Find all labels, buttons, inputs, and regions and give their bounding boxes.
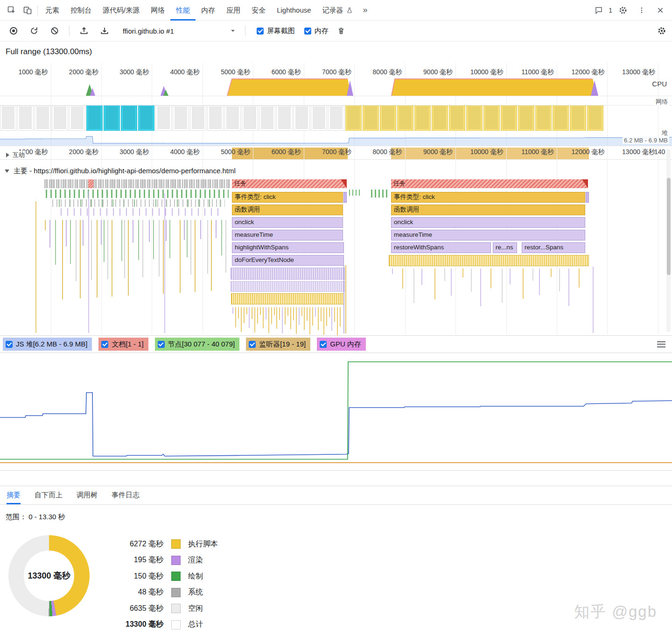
- interactions-track-header[interactable]: 互动: [5, 151, 26, 159]
- filmstrip-thumbnail[interactable]: [414, 106, 431, 131]
- flame-restorewithspans[interactable]: restoreWithSpans: [391, 242, 491, 253]
- filmstrip-thumbnail[interactable]: [294, 106, 310, 131]
- save-profile-icon[interactable]: [97, 23, 112, 39]
- filmstrip-thumbnail[interactable]: [190, 106, 206, 131]
- filmstrip-thumbnail[interactable]: [535, 106, 552, 131]
- load-profile-icon[interactable]: [76, 23, 92, 39]
- checkbox-checked-icon[interactable]: [158, 341, 165, 348]
- inspect-element-icon[interactable]: [4, 2, 20, 18]
- screenshots-checkbox[interactable]: 屏幕截图: [257, 27, 295, 35]
- counter-js-heap[interactable]: JS 堆[6.2 MB - 6.9 MB]: [3, 338, 92, 351]
- issues-count[interactable]: 1: [609, 7, 612, 14]
- filmstrip-thumbnail[interactable]: [501, 106, 517, 131]
- timeline-overview[interactable]: 1000 毫秒2000 毫秒3000 毫秒4000 毫秒5000 毫秒6000 …: [0, 63, 672, 146]
- memory-counters-chart[interactable]: [0, 353, 672, 472]
- filmstrip-thumbnail[interactable]: [276, 106, 293, 131]
- long-task-bar[interactable]: 任务: [232, 179, 347, 188]
- filmstrip-thumbnail[interactable]: [449, 106, 465, 131]
- filmstrip-thumbnail[interactable]: [570, 106, 586, 131]
- counter-documents[interactable]: 文档[1 - 1]: [98, 338, 148, 351]
- flame-function-call[interactable]: 函数调用: [391, 205, 585, 215]
- tab-console[interactable]: 控制台: [65, 0, 97, 21]
- flame-chart[interactable]: 1000 毫秒2000 毫秒3000 毫秒4000 毫秒5000 毫秒6000 …: [0, 146, 672, 335]
- dense-render-activity[interactable]: [231, 281, 345, 292]
- filmstrip-thumbnail[interactable]: [17, 106, 34, 131]
- filmstrip-thumbnail[interactable]: [432, 106, 448, 131]
- flame-doforeverytextnode[interactable]: doForEveryTextNode: [232, 255, 344, 266]
- filmstrip-thumbnail[interactable]: [397, 106, 413, 131]
- capture-settings-gear-icon[interactable]: [656, 23, 672, 39]
- filmstrip-thumbnail[interactable]: [35, 106, 51, 131]
- filmstrip-thumbnail[interactable]: [0, 106, 16, 131]
- filmstrip-thumbnail[interactable]: [518, 106, 534, 131]
- long-task-bar[interactable]: 任务: [391, 179, 588, 188]
- close-devtools-icon[interactable]: [652, 2, 668, 18]
- main-track-header[interactable]: 主要 - https://ffiori.github.io/highlight-…: [5, 167, 236, 176]
- filmstrip-thumbnail[interactable]: [242, 106, 258, 131]
- filmstrip-thumbnail[interactable]: [363, 106, 379, 131]
- clear-recording-icon[interactable]: [47, 23, 63, 39]
- filmstrip-thumbnail[interactable]: [380, 106, 396, 131]
- flame-onclick[interactable]: onclick: [232, 217, 343, 228]
- settings-gear-icon[interactable]: [615, 2, 631, 18]
- tab-application[interactable]: 应用: [221, 0, 246, 21]
- tab-security[interactable]: 安全: [246, 0, 271, 21]
- filmstrip-thumbnail[interactable]: [121, 106, 137, 131]
- issues-message-icon[interactable]: [591, 2, 607, 18]
- checkbox-checked-icon[interactable]: [249, 341, 256, 348]
- tab-performance[interactable]: 性能: [170, 0, 196, 21]
- tab-recorder[interactable]: 记录器: [317, 0, 358, 21]
- tab-call-tree[interactable]: 调用树: [77, 486, 98, 504]
- tab-summary[interactable]: 摘要: [7, 486, 21, 504]
- filmstrip-thumbnail[interactable]: [328, 106, 344, 131]
- reload-and-record-button[interactable]: [26, 23, 42, 39]
- tab-lighthouse[interactable]: Lighthouse: [271, 0, 316, 21]
- filmstrip-thumbnail[interactable]: [553, 106, 569, 131]
- checkbox-checked-icon[interactable]: [101, 341, 108, 348]
- kebab-menu-icon[interactable]: [634, 2, 650, 18]
- flame-onclick[interactable]: onclick: [391, 217, 585, 228]
- tab-bottom-up[interactable]: 自下而上: [35, 486, 63, 504]
- filmstrip-thumbnail[interactable]: [207, 106, 224, 131]
- more-tabs-chevron[interactable]: »: [358, 5, 372, 15]
- tab-memory[interactable]: 内存: [196, 0, 221, 21]
- tab-elements[interactable]: 元素: [40, 0, 65, 21]
- filmstrip-thumbnail[interactable]: [587, 106, 603, 131]
- checkbox-checked-icon[interactable]: [320, 341, 327, 348]
- tab-network[interactable]: 网络: [145, 0, 170, 21]
- filmstrip-thumbnail[interactable]: [466, 106, 483, 131]
- filmstrip-thumbnail[interactable]: [138, 106, 154, 131]
- flame-event-click[interactable]: 事件类型: click: [232, 192, 343, 203]
- hamburger-menu-icon[interactable]: [657, 341, 665, 347]
- dense-script-activity[interactable]: [231, 293, 344, 304]
- flame-event-cap[interactable]: [586, 192, 589, 203]
- flame-function-call[interactable]: 函数调用: [232, 205, 343, 215]
- filmstrip-thumbnail[interactable]: [155, 106, 172, 131]
- flame-event-click[interactable]: 事件类型: click: [391, 192, 585, 203]
- device-toolbar-icon[interactable]: [20, 2, 35, 18]
- filmstrip-thumbnail[interactable]: [311, 106, 327, 131]
- flame-measuretime[interactable]: measureTime: [232, 230, 343, 240]
- memory-checkbox[interactable]: 内存: [304, 27, 329, 35]
- checkbox-checked-icon[interactable]: [257, 28, 264, 35]
- counter-gpu-memory[interactable]: GPU 内存: [317, 338, 366, 351]
- counter-listeners[interactable]: 监听器[19 - 19]: [246, 338, 310, 351]
- tab-event-log[interactable]: 事件日志: [112, 486, 140, 504]
- tab-sources[interactable]: 源代码/来源: [97, 0, 145, 21]
- flame-event-cap[interactable]: [343, 192, 347, 203]
- record-button[interactable]: [6, 23, 21, 39]
- flame-highlightwithspans[interactable]: highlightWithSpans: [232, 242, 344, 253]
- counter-nodes[interactable]: 节点[30 077 - 40 079]: [155, 338, 239, 351]
- filmstrip-thumbnail[interactable]: [104, 106, 120, 131]
- filmstrip-thumbnail[interactable]: [52, 106, 68, 131]
- filmstrip-thumbnail[interactable]: [345, 106, 362, 131]
- filmstrip-thumbnail[interactable]: [69, 106, 85, 131]
- filmstrip-thumbnail[interactable]: [173, 106, 189, 131]
- dense-render-activity[interactable]: [231, 268, 345, 280]
- collect-garbage-icon[interactable]: [333, 23, 349, 39]
- flame-measuretime[interactable]: measureTime: [391, 230, 585, 240]
- flame-restorewithspans-short[interactable]: restor...Spans: [522, 242, 585, 253]
- profile-select[interactable]: ffiori.github.io #1: [121, 25, 238, 37]
- checkbox-checked-icon[interactable]: [304, 28, 311, 35]
- filmstrip-thumbnail[interactable]: [483, 106, 500, 131]
